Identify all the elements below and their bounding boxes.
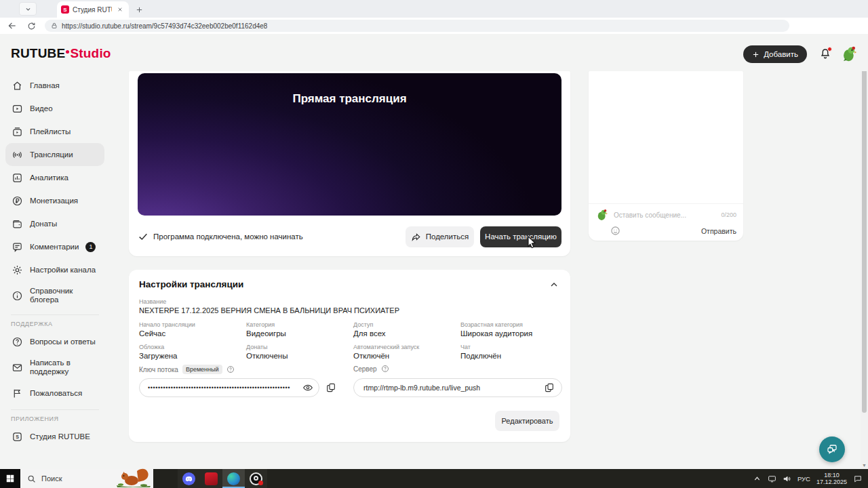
sidebar-item-donations[interactable]: Донаты xyxy=(5,212,104,235)
tab-actions-button[interactable] xyxy=(19,2,37,16)
field-label: Обложка xyxy=(139,344,246,350)
taskbar-app-red[interactable] xyxy=(200,469,222,488)
settings-title: Настройки трансляции xyxy=(139,279,243,289)
server-field[interactable]: rtmp://rtmp-lb.m9.rutube.ru/live_push xyxy=(353,378,562,397)
share-button[interactable]: Поделиться xyxy=(406,226,474,247)
sidebar-item-streams[interactable]: Трансляции xyxy=(5,143,104,166)
settings-field: КатегорияВидеоигры xyxy=(246,321,353,338)
copy-server-icon[interactable] xyxy=(544,382,555,393)
sidebar-item-faq[interactable]: Вопросы и ответы xyxy=(5,330,104,353)
server-label: Сервер xyxy=(353,365,377,373)
edit-button-label: Редактировать xyxy=(502,417,553,425)
sidebar-item-blogger-guide[interactable]: Справочник блогера xyxy=(5,281,104,310)
edit-button[interactable]: Редактировать xyxy=(495,411,559,431)
browser-tab[interactable]: S Студия RUTUBE xyxy=(57,1,129,18)
copy-key-icon[interactable] xyxy=(326,382,336,393)
display-icon[interactable] xyxy=(768,474,776,483)
browser-chrome: S Студия RUTUBE https://studio.rutube.ru… xyxy=(0,0,868,34)
playlist-icon xyxy=(11,125,23,138)
volume-icon[interactable] xyxy=(783,474,791,483)
taskbar-apps xyxy=(178,469,267,488)
taskbar-app-edge[interactable] xyxy=(222,469,245,488)
language-indicator[interactable]: РУС xyxy=(797,475,810,483)
settings-field: ДонатыОтключены xyxy=(246,344,353,360)
help-icon[interactable] xyxy=(381,365,389,373)
search-icon xyxy=(27,474,36,483)
edge-browser-icon xyxy=(227,472,240,485)
sidebar-section-apps: ПРИЛОЖЕНИЯ xyxy=(11,415,99,422)
mail-icon xyxy=(11,361,23,373)
refresh-button[interactable] xyxy=(24,19,38,33)
sidebar-item-videos[interactable]: Видео xyxy=(5,97,104,120)
field-value: Видеоигры xyxy=(246,329,353,338)
chat-message-input[interactable] xyxy=(614,211,716,219)
taskbar-app-discord[interactable] xyxy=(178,469,200,488)
send-message-button[interactable]: Отправить xyxy=(701,227,736,235)
clock[interactable]: 18:10 17.12.2025 xyxy=(816,472,847,485)
sidebar-item-analytics[interactable]: Аналитика xyxy=(5,166,104,189)
url-field[interactable]: https://studio.rutube.ru/stream/9c57493d… xyxy=(45,20,789,32)
sidebar-item-label: Трансляции xyxy=(30,150,73,159)
sidebar-item-report[interactable]: Пожаловаться xyxy=(5,382,104,405)
parrot-avatar-icon xyxy=(595,208,609,222)
stream-settings-card: Настройки трансляции Название NEXTERPE 1… xyxy=(129,270,570,442)
sidebar-item-studio-app[interactable]: S Студия RUTUBE xyxy=(5,425,104,448)
sidebar-item-monetization[interactable]: Монетизация xyxy=(5,189,104,212)
back-button[interactable] xyxy=(5,19,19,33)
settings-field: ЧатПодключён xyxy=(460,344,568,360)
search-placeholder: Поиск xyxy=(41,474,62,483)
plus-icon xyxy=(752,51,760,58)
sidebar-item-comments[interactable]: Комментарии 1 xyxy=(5,235,104,258)
parrot-avatar-icon xyxy=(840,45,859,63)
sidebar-item-playlists[interactable]: Плейлисты xyxy=(5,120,104,143)
channel-avatar[interactable] xyxy=(840,45,859,63)
support-chat-fab[interactable] xyxy=(819,436,845,462)
add-button[interactable]: Добавить xyxy=(743,45,807,63)
sidebar-item-label: Вопросы и ответы xyxy=(30,338,96,346)
tab-title: Студия RUTUBE xyxy=(73,6,112,14)
stream-preview-title: Прямая трансляция xyxy=(138,92,561,106)
squirrel-icon xyxy=(114,467,153,487)
tray-chevron-up-icon[interactable] xyxy=(753,474,762,483)
stream-key-masked-value: ••••••••••••••••••••••••••••••••••••••••… xyxy=(148,384,300,391)
scrollbar-thumb[interactable] xyxy=(862,43,867,413)
start-button[interactable] xyxy=(0,469,20,488)
sidebar-item-label: Аналитика xyxy=(30,174,68,182)
field-value: Загружена xyxy=(139,352,246,360)
start-stream-button[interactable]: Начать трансляцию xyxy=(480,226,561,247)
obs-icon xyxy=(250,472,262,485)
collapse-chevron-icon[interactable] xyxy=(549,279,559,290)
search-highlight-squirrel[interactable] xyxy=(114,467,153,487)
screen: S Студия RUTUBE https://studio.rutube.ru… xyxy=(0,0,868,488)
sidebar-item-home[interactable]: Главная xyxy=(5,74,104,97)
chat-panel: 0/200 Отправить xyxy=(589,66,743,241)
settings-field: Начало трансляцииСейчас xyxy=(139,321,246,338)
rutube-studio-logo[interactable]: RUTUBE Studio xyxy=(11,46,111,61)
field-label: Чат xyxy=(460,344,568,350)
info-icon xyxy=(11,289,23,302)
stream-video-preview: Прямая трансляция xyxy=(138,73,561,216)
check-icon xyxy=(138,231,149,242)
system-tray: РУС 18:10 17.12.2025 xyxy=(753,472,868,485)
field-label: Возрастная категория xyxy=(460,321,568,328)
sidebar-section-support: ПОДДЕРЖКА xyxy=(11,321,99,327)
settings-field: Возрастная категорияШирокая аудитория xyxy=(460,321,568,338)
show-key-eye-icon[interactable] xyxy=(302,382,313,393)
notifications-button[interactable] xyxy=(819,47,833,62)
server-value: rtmp://rtmp-lb.m9.rutube.ru/live_push xyxy=(363,384,480,392)
stream-key-field[interactable]: ••••••••••••••••••••••••••••••••••••••••… xyxy=(139,378,319,397)
action-center-icon[interactable] xyxy=(853,474,863,483)
sidebar-item-contact-support[interactable]: Написать в поддержку xyxy=(5,353,104,382)
scroll-down-arrow[interactable]: ▼ xyxy=(861,461,868,469)
tab-close-icon[interactable] xyxy=(115,5,125,14)
new-tab-button[interactable] xyxy=(133,3,145,16)
emoji-icon[interactable] xyxy=(610,226,620,236)
sidebar-item-channel-settings[interactable]: Настройки канала xyxy=(5,258,104,281)
sidebar-item-label: Написать в поддержку xyxy=(30,359,91,376)
page-scrollbar[interactable]: ▲ ▼ xyxy=(861,34,868,469)
chat-user-avatar xyxy=(595,208,609,222)
add-button-label: Добавить xyxy=(764,50,798,58)
help-icon[interactable] xyxy=(226,365,235,373)
taskbar-app-obs[interactable] xyxy=(245,469,267,488)
stream-status-row: Программа подключена, можно начинать Под… xyxy=(138,226,561,247)
